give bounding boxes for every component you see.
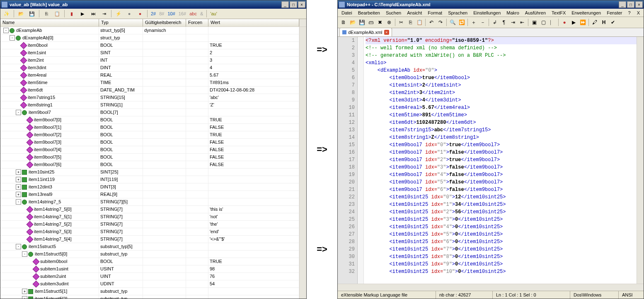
- menu-erweiterungen[interactable]: Erweiterungen: [569, 10, 604, 16]
- row-value[interactable]: 76: [208, 273, 299, 280]
- row-value[interactable]: 4: [208, 64, 299, 71]
- open-icon[interactable]: 📂: [17, 9, 26, 18]
- row-force[interactable]: [186, 191, 208, 198]
- code-line[interactable]: <item10sint25 idx="0">12</item10sint25>: [366, 193, 637, 201]
- row-force[interactable]: [186, 183, 208, 190]
- row-value[interactable]: FALSE: [208, 124, 299, 131]
- row-value[interactable]: FALSE: [208, 146, 299, 153]
- table-row[interactable]: +item11int119INT[119]: [0, 176, 299, 183]
- row-force[interactable]: [186, 42, 208, 49]
- row-force[interactable]: [186, 72, 208, 79]
- row-force[interactable]: [186, 288, 208, 295]
- menu-einstellungen[interactable]: Einstellungen: [470, 10, 504, 16]
- format-au[interactable]: 'au': [209, 11, 218, 16]
- export-icon[interactable]: ⇥: [99, 9, 109, 18]
- table-row[interactable]: item14string7_5[1]STRING[7]'not': [0, 213, 299, 221]
- paste-icon[interactable]: 📋: [415, 18, 424, 27]
- table-row[interactable]: item14string7_5[0]STRING[7]'this is': [0, 206, 299, 213]
- table-row[interactable]: item6dtDATE_AND_TIMDT#2004-12-08-06:28: [0, 87, 299, 94]
- expander-icon[interactable]: +: [22, 296, 27, 299]
- close-button[interactable]: ×: [298, 1, 305, 8]
- menu-sprachen[interactable]: Sprachen: [445, 10, 470, 16]
- fold-column[interactable]: [358, 37, 364, 284]
- code-line[interactable]: <?xml version="1.0" encoding="iso-8859-1…: [366, 37, 637, 44]
- row-force[interactable]: [186, 64, 208, 71]
- row-value[interactable]: 'Z': [208, 101, 299, 109]
- code-line[interactable]: <item9bool7 idx="6">false</item9bool7>: [366, 186, 637, 193]
- col-value[interactable]: Wert: [208, 19, 299, 27]
- row-force[interactable]: [186, 49, 208, 56]
- row-force[interactable]: [186, 176, 208, 183]
- row-value[interactable]: [208, 288, 299, 295]
- menu-textfx[interactable]: TextFX: [549, 10, 569, 16]
- expander-icon[interactable]: -: [16, 110, 21, 115]
- code-line[interactable]: <item5time>891</item5time>: [366, 111, 637, 119]
- table-row[interactable]: -item9bool7BOOL[7]: [0, 109, 299, 116]
- row-force[interactable]: [186, 213, 208, 220]
- row-value[interactable]: [208, 251, 299, 258]
- table-row[interactable]: item9bool7[4]BOOLFALSE: [0, 146, 299, 154]
- macro-run-icon[interactable]: ⏩: [579, 18, 587, 27]
- row-value[interactable]: 'end': [208, 228, 299, 235]
- table-row[interactable]: item9bool7[2]BOOLTRUE: [0, 131, 299, 139]
- table-row[interactable]: -dExampleAbstruct_typ[5]dynamisch: [0, 27, 299, 34]
- fold-icon[interactable]: ▣: [530, 18, 538, 27]
- menu-ansicht[interactable]: Ansicht: [404, 10, 425, 16]
- redo-icon[interactable]: ↷: [436, 18, 445, 27]
- wand-icon[interactable]: ✨: [2, 9, 11, 18]
- expander-icon[interactable]: -: [3, 28, 9, 33]
- find-icon[interactable]: 🔍: [448, 18, 457, 27]
- row-force[interactable]: [186, 251, 208, 258]
- code-line[interactable]: <item0bool>true</item0bool>: [366, 74, 637, 82]
- expander-icon[interactable]: +: [16, 192, 21, 197]
- code-line[interactable]: <item9bool7 idx="5">false</item9bool7>: [366, 178, 637, 186]
- row-force[interactable]: [186, 280, 208, 287]
- wrap-icon[interactable]: ↲: [491, 18, 499, 27]
- unfold-icon[interactable]: ▢: [539, 18, 547, 27]
- row-value[interactable]: [208, 34, 299, 41]
- row-value[interactable]: 'abc': [208, 94, 299, 101]
- row-value[interactable]: TRUE: [208, 258, 299, 265]
- table-row[interactable]: item9bool7[5]BOOLFALSE: [0, 154, 299, 161]
- row-force[interactable]: [186, 131, 208, 138]
- editor-vscrollbar[interactable]: [637, 37, 644, 284]
- row-value[interactable]: FALSE: [208, 139, 299, 146]
- code-line[interactable]: <item10sint25 idx="3">0</item10sint25>: [366, 216, 637, 223]
- code-line[interactable]: <item10sint25 idx="10">0</item10sint25>: [366, 268, 637, 275]
- expander-icon[interactable]: -: [22, 251, 27, 257]
- expander-icon[interactable]: -: [10, 35, 15, 41]
- table-row[interactable]: subitem0boolBOOLTRUE: [0, 258, 299, 265]
- table-row[interactable]: subitem3udintUDINT54: [0, 280, 299, 288]
- menu-format[interactable]: Format: [425, 10, 445, 16]
- row-force[interactable]: [186, 109, 208, 116]
- code-line[interactable]: <item10sint25 idx="1">34</item10sint25>: [366, 201, 637, 208]
- watch-titlebar[interactable]: value_ab [Watch] value_ab _ □ ×: [0, 0, 306, 9]
- editor-text[interactable]: <?xml version="1.0" encoding="iso-8859-1…: [364, 37, 637, 284]
- code-line[interactable]: <item7string15>abc</item7string15>: [366, 126, 637, 134]
- row-force[interactable]: [186, 221, 208, 228]
- row-value[interactable]: 54: [208, 280, 299, 287]
- table-row[interactable]: item14string7_5[2]STRING[7]'the': [0, 221, 299, 228]
- row-force[interactable]: [186, 124, 208, 131]
- undo-icon[interactable]: ↶: [427, 18, 436, 27]
- record-icon[interactable]: ▮: [67, 9, 76, 18]
- row-value[interactable]: 'this is': [208, 206, 299, 213]
- row-force[interactable]: [186, 27, 208, 34]
- table-row[interactable]: +item15struct5[2]substruct_typ: [0, 295, 299, 299]
- code-line[interactable]: <item9bool7 idx="0">true</item9bool7>: [366, 141, 637, 149]
- minimize-button[interactable]: _: [619, 1, 626, 8]
- code-line[interactable]: <item8string1>Z</item8string1>: [366, 134, 637, 141]
- close-icon[interactable]: ✖: [376, 18, 384, 27]
- row-value[interactable]: TRUE: [208, 42, 299, 49]
- save-icon[interactable]: 💾: [27, 9, 36, 18]
- row-force[interactable]: [186, 57, 208, 64]
- row-force[interactable]: [186, 273, 208, 280]
- table-row[interactable]: item4realREAL5.67: [0, 72, 299, 79]
- table-row[interactable]: item2intINT3: [0, 57, 299, 64]
- dot-red-icon[interactable]: ●: [136, 9, 145, 18]
- code-line[interactable]: <dExampleAb idx="0">: [366, 67, 637, 74]
- menu-bearbeiten[interactable]: Bearbeiten: [355, 10, 383, 16]
- row-value[interactable]: 5.67: [208, 72, 299, 79]
- showall-icon[interactable]: ¶: [500, 18, 508, 27]
- row-value[interactable]: [208, 243, 299, 250]
